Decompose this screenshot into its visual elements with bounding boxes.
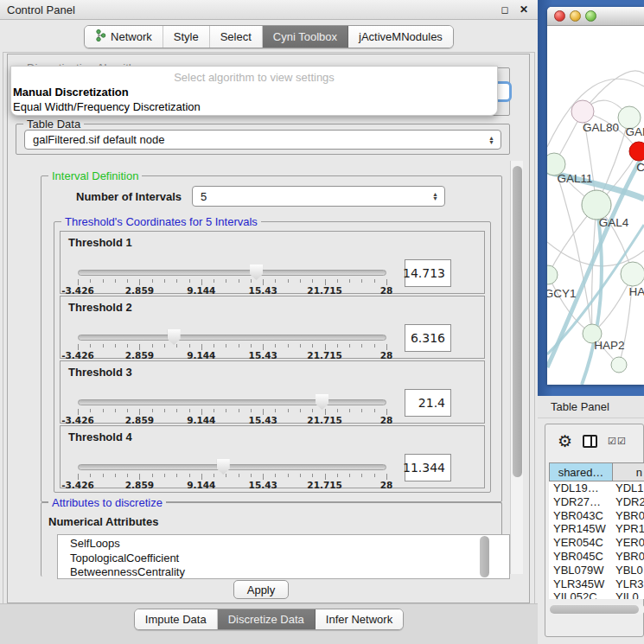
main-scrollbar-track[interactable] (510, 161, 523, 574)
column-header-name[interactable]: n (613, 463, 644, 481)
network-window-titlebar (547, 7, 644, 26)
checkbox-icons[interactable]: ☑☑ (608, 436, 627, 447)
table-row[interactable]: YBR045CYBR0 (549, 550, 644, 564)
column-header-shared-name[interactable]: shared… (550, 463, 613, 481)
cell-shared-name[interactable]: YBR045C (549, 550, 612, 564)
network-node[interactable] (571, 100, 594, 123)
threshold-coordinates-group: Threshold's Coordinates for 5 Intervals … (54, 221, 491, 493)
mac-zoom-icon[interactable] (585, 10, 596, 22)
combo-arrows-icon: ▲▼ (432, 192, 438, 201)
dropdown-option-equal-width[interactable]: Equal Width/Frequency Discretization (13, 100, 201, 113)
slider-thumb[interactable] (250, 265, 263, 280)
network-icon (95, 29, 106, 44)
cell-shared-name[interactable]: YIL052C (549, 590, 612, 599)
attributes-group-label: Attributes to discretize (48, 496, 166, 509)
dropdown-option-manual[interactable]: Manual Discretization (13, 86, 129, 99)
network-node[interactable] (621, 262, 644, 286)
slider-tick-labels: -3.4262.8599.14415.4321.71528 (78, 415, 386, 425)
attributes-scrollbar-thumb[interactable] (480, 536, 489, 577)
control-panel: Control Panel ◻ ✕ Net (0, 0, 538, 644)
table-row[interactable]: YBL079WYBL0 (549, 564, 644, 577)
slider-track[interactable] (78, 464, 386, 470)
cell-name[interactable]: YDL1 (612, 481, 644, 495)
attribute-item[interactable]: TopologicalCoefficient (70, 552, 509, 566)
threshold-name: Threshold 4 (68, 430, 132, 443)
settings-gear-icon[interactable]: ⚙ (558, 433, 572, 450)
cell-shared-name[interactable]: YER054C (549, 536, 612, 550)
float-window-icon[interactable]: ◻ (498, 3, 512, 16)
threshold-value-field[interactable]: 11.344 (405, 454, 451, 481)
slider-track[interactable] (78, 270, 386, 276)
table-row[interactable]: YPR145WYPR1 (549, 522, 644, 536)
network-node[interactable] (629, 142, 644, 161)
network-node[interactable] (611, 357, 627, 373)
table-header-row: shared… n (549, 462, 644, 481)
main-scrollbar-thumb[interactable] (513, 166, 522, 477)
cell-name[interactable]: YER0 (612, 536, 644, 550)
table-hscrollbar-thumb[interactable] (550, 605, 639, 614)
tab-infer-network[interactable]: Infer Network (316, 609, 403, 629)
cell-shared-name[interactable]: YPR145W (549, 522, 612, 536)
numerical-attributes-label: Numerical Attributes (48, 515, 158, 528)
threshold-value-field[interactable]: 21.4 (405, 389, 451, 417)
tab-network[interactable]: Network (85, 26, 163, 48)
apply-button[interactable]: Apply (233, 580, 289, 599)
slider-track[interactable] (78, 399, 386, 405)
table-hscrollbar-track[interactable] (549, 604, 644, 615)
number-of-intervals-combobox[interactable]: 5 ▲▼ (192, 186, 445, 207)
cell-name[interactable]: YDR2 (612, 495, 644, 509)
split-columns-icon[interactable] (583, 435, 597, 448)
combo-arrows-icon: ▲▼ (488, 136, 494, 144)
cell-shared-name[interactable]: YDL19… (549, 481, 612, 495)
table-row[interactable]: YIL052CYIL0 (549, 590, 644, 599)
table-data-group: Table Data galFiltered.sif default node … (16, 124, 510, 155)
attribute-item[interactable]: SelfLoops (70, 537, 509, 552)
threshold-value-field[interactable]: 14.713 (405, 259, 451, 287)
cell-shared-name[interactable]: YDR27… (549, 495, 612, 509)
network-window-frame: GAL80GALCGAL11GAL4GCY1HAHAP2 (538, 0, 644, 396)
number-of-intervals-value: 5 (201, 190, 207, 203)
network-node[interactable] (547, 265, 558, 284)
tab-jactivemnodules[interactable]: jActiveMNodules (348, 26, 453, 48)
tab-cyni-toolbox[interactable]: Cyni Toolbox (263, 26, 348, 48)
table-row[interactable]: YDR27…YDR2 (549, 495, 644, 509)
tab-style-label: Style (174, 30, 199, 43)
tab-style[interactable]: Style (163, 26, 210, 48)
cell-name[interactable]: YBR0 (612, 550, 644, 564)
close-icon[interactable]: ✕ (517, 3, 531, 16)
mac-close-icon[interactable] (554, 10, 565, 22)
table-row[interactable]: YLR345WYLR3 (549, 577, 644, 591)
tab-discretize-data[interactable]: Discretize Data (218, 609, 316, 629)
cell-name[interactable]: YBR0 (612, 509, 644, 523)
mac-minimize-icon[interactable] (570, 10, 581, 22)
cell-shared-name[interactable]: YBL079W (549, 564, 612, 577)
threshold-name: Threshold 1 (68, 236, 132, 249)
slider-tick-labels: -3.4262.8599.14415.4321.71528 (78, 480, 386, 490)
cell-name[interactable]: YIL0 (612, 590, 644, 599)
cell-shared-name[interactable]: YBR043C (549, 509, 612, 523)
cell-name[interactable]: YBL0 (612, 564, 644, 577)
network-node-label: HAP2 (594, 339, 624, 352)
table-row[interactable]: YDL19…YDL1 (549, 481, 644, 495)
dropdown-hint: Select algorithm to view settings (11, 71, 497, 84)
slider-track[interactable] (78, 335, 386, 341)
cell-name[interactable]: YLR3 (612, 577, 644, 591)
attribute-item[interactable]: BetweennessCentrality (70, 565, 509, 579)
numerical-attributes-list[interactable]: SelfLoopsTopologicalCoefficientBetweenne… (57, 534, 510, 579)
network-canvas[interactable]: GAL80GALCGAL11GAL4GCY1HAHAP2 (547, 26, 644, 385)
threshold-value-field[interactable]: 6.316 (405, 324, 451, 352)
slider-thumb[interactable] (316, 394, 328, 410)
network-node[interactable] (582, 190, 611, 220)
tab-impute-data[interactable]: Impute Data (135, 609, 218, 629)
tab-select[interactable]: Select (210, 26, 263, 48)
apply-button-label: Apply (247, 583, 276, 596)
table-data-combobox[interactable]: galFiltered.sif default node ▲▼ (24, 130, 501, 150)
slider-thumb[interactable] (217, 459, 230, 475)
table-row[interactable]: YER054CYER0 (549, 536, 644, 550)
bottom-bar: Impute Data Discretize Data Infer Networ… (0, 603, 538, 644)
table-row[interactable]: YBR043CYBR0 (549, 509, 644, 523)
cell-name[interactable]: YPR1 (612, 522, 644, 536)
slider-thumb[interactable] (168, 329, 181, 345)
cell-shared-name[interactable]: YLR345W (549, 577, 612, 591)
table-data-selected: galFiltered.sif default node (33, 133, 164, 146)
